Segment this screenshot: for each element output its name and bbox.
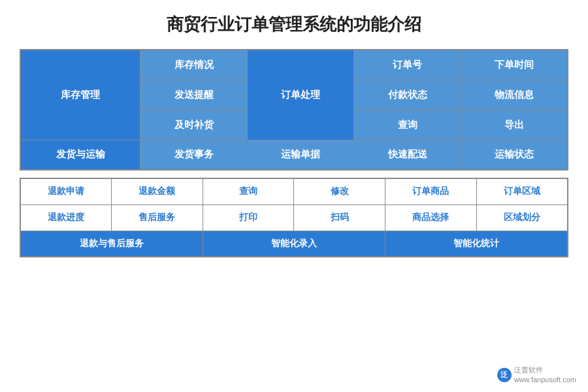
cell-smart-entry-header: 智能化录入: [203, 231, 385, 257]
cell-refund-service-header: 退款与售后服务: [20, 231, 203, 257]
cell-shipping-transport: 发货与运输: [20, 140, 140, 170]
top-table: 库存管理 库存情况 订单处理 订单号 下单时间 发送提醒 付款状态: [20, 49, 568, 171]
cell-after-sale: 售后服务: [112, 204, 203, 231]
cell-fast-delivery: 快速配送: [354, 140, 461, 170]
cell-inventory-mgmt: 库存管理: [20, 50, 140, 140]
cell-print: 打印: [203, 204, 294, 231]
cell-payment-status: 付款状态: [354, 80, 461, 110]
cell-order-region: 订单区域: [476, 178, 568, 204]
cell-send-reminder: 发送提醒: [140, 80, 248, 110]
table-row: 库存管理 库存情况 订单处理 订单号 下单时间: [20, 50, 568, 80]
table-row-shipping: 发货与运输 发货事务 运输单据 快速配送 运输状态: [20, 140, 568, 170]
page-title: 商贸行业订单管理系统的功能介绍: [167, 13, 421, 36]
cell-order-time: 下单时间: [461, 50, 568, 80]
cell-refund-apply: 退款申请: [20, 178, 112, 204]
table-row-headers: 退款与售后服务 智能化录入 智能化统计: [20, 231, 568, 257]
cell-shipping-affairs: 发货事务: [140, 140, 248, 170]
table-row-refund-1: 退款申请 退款金额 查询 修改 订单商品 订单区域: [20, 178, 568, 204]
cell-order-number: 订单号: [354, 50, 461, 80]
table-row-refund-2: 退款进度 售后服务 打印 扫码 商品选择 区域划分: [20, 204, 568, 231]
cell-modify: 修改: [294, 178, 385, 204]
cell-refund-amount: 退款金额: [112, 178, 203, 204]
cell-scan: 扫码: [294, 204, 385, 231]
cell-transport-doc: 运输单据: [247, 140, 354, 170]
cell-transport-status: 运输状态: [461, 140, 568, 170]
watermark-text: 泛普软件 www.fanpusoft.com: [514, 365, 576, 384]
cell-refund-progress: 退款进度: [20, 204, 112, 231]
cell-query: 查询: [354, 110, 461, 140]
cell-export: 导出: [461, 110, 568, 140]
cell-stock-status: 库存情况: [140, 50, 248, 80]
cell-smart-stats-header: 智能化统计: [385, 231, 568, 257]
cell-query2: 查询: [203, 178, 294, 204]
cell-restock: 及时补货: [140, 110, 248, 140]
cell-order-goods: 订单商品: [385, 178, 477, 204]
watermark-icon: 泛: [497, 368, 512, 382]
cell-goods-select: 商品选择: [385, 204, 477, 231]
cell-logistics-info: 物流信息: [461, 80, 568, 110]
bottom-table: 退款申请 退款金额 查询 修改 订单商品 订单区域 退款进度: [20, 178, 568, 257]
watermark: 泛 泛普软件 www.fanpusoft.com: [497, 365, 576, 384]
cell-region-divide: 区域划分: [476, 204, 568, 231]
cell-order-processing: 订单处理: [247, 50, 354, 140]
